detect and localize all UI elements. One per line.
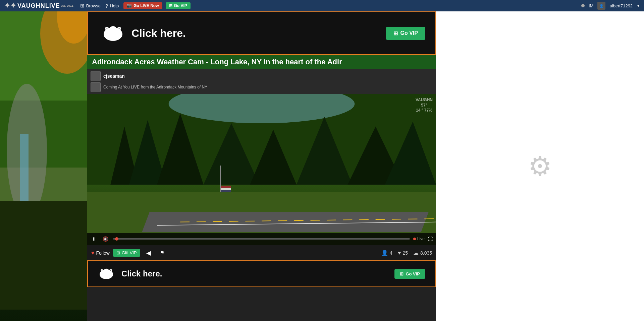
channel-description: Coming At You LIVE from the Adirondack M…: [103, 85, 207, 89]
bottom-ad-banner[interactable]: Click here. ⊞ Go VIP: [87, 260, 436, 287]
american-flag: [221, 186, 231, 192]
bottom-govip-label: Go VIP: [406, 271, 420, 276]
progress-dot: [115, 237, 118, 241]
navbar: ✦✦ VAUGHNLIVE est. 2011 ⊞ Browse ? Help …: [0, 0, 644, 11]
left-bg-svg: [0, 0, 87, 310]
status-indicator: [581, 4, 585, 7]
ad-click-here-text: Click here.: [131, 27, 186, 40]
chevron-down-icon[interactable]: ▼: [637, 4, 640, 8]
logo-text: VAUGHNLIVE: [17, 2, 60, 9]
ad-banner-inner: Click here.: [88, 24, 379, 43]
gift-vip-label: Gift VIP: [122, 250, 137, 255]
vaughn-watermark: VAUGHN 57° 14 ° 77%: [416, 98, 433, 113]
go-live-button[interactable]: 📷 Go LIVE Now: [123, 2, 162, 9]
avatar[interactable]: 👤: [597, 2, 605, 10]
help-label: Help: [110, 3, 119, 8]
svg-rect-5: [0, 201, 87, 310]
logo-icon: ✦✦: [4, 1, 16, 10]
channel-info: cjseaman Coming At You LIVE from the Adi…: [87, 69, 436, 94]
gift-vip-button[interactable]: ⊞ Gift VIP: [113, 249, 140, 257]
share-icon: ◀: [146, 250, 151, 256]
right-panel: ⚙: [436, 11, 644, 321]
action-bar: ♥ Follow ⊞ Gift VIP ◀ ⚑ 👤 4 ♥ 25 ☁ 8,035: [87, 245, 436, 260]
channel-name[interactable]: cjseaman: [103, 73, 125, 79]
share-button[interactable]: ◀: [144, 248, 154, 258]
watermark-line1: VAUGHN: [416, 98, 433, 103]
bottom-ad-govip-button[interactable]: ⊞ Go VIP: [394, 269, 425, 279]
channel-avatar-1: [91, 71, 101, 81]
bottom-buffalo-svg: [98, 267, 115, 280]
tree-layer: [87, 94, 436, 185]
viewers-stat: 👤 4: [381, 250, 392, 256]
likes-stat: ♥ 25: [398, 250, 408, 256]
buffalo-icon: [101, 24, 125, 43]
svg-point-34: [103, 269, 109, 274]
logo-est: est. 2011: [61, 4, 73, 7]
channel-name-row: cjseaman: [91, 71, 433, 81]
watermark-line2: 57°: [416, 103, 433, 108]
govip-nav-label: Go VIP: [174, 3, 187, 8]
views-count: 8,035: [420, 250, 432, 256]
right-panel-inner: ⚙: [436, 11, 644, 321]
follow-button[interactable]: ♥ Follow: [91, 250, 110, 256]
loading-gear-icon: ⚙: [528, 151, 552, 182]
buffalo-svg: [101, 24, 125, 43]
nav-browse[interactable]: ⊞ Browse: [80, 3, 101, 9]
fullscreen-button[interactable]: ⛶: [428, 236, 433, 242]
watermark-line3: 14 ° 77%: [416, 108, 433, 113]
top-ad-banner[interactable]: Click here. ⊞ Go VIP: [87, 11, 436, 55]
left-background: [0, 0, 87, 321]
video-player[interactable]: VAUGHN 57° 14 ° 77% ⏸ 🔇 Live ⛶ ▶: [87, 94, 436, 245]
username-label[interactable]: albert71292: [609, 3, 633, 8]
stream-title: Adirondack Acres Weather Cam - Long Lake…: [87, 55, 436, 69]
golive-label: Go LIVE Now: [133, 3, 159, 8]
ad-govip-label: Go VIP: [400, 30, 418, 36]
views-stat: ☁ 8,035: [413, 250, 432, 256]
svg-rect-4: [20, 134, 29, 201]
help-icon: ?: [105, 3, 108, 9]
vip-icon: ⊞: [169, 3, 172, 8]
follow-label: Follow: [96, 250, 110, 256]
flag-icon: ⚑: [160, 250, 164, 256]
likes-heart-icon: ♥: [398, 250, 401, 256]
cloud-icon: ☁: [413, 250, 419, 256]
camera-icon: 📷: [127, 3, 132, 8]
player-controls: ⏸ 🔇 Live ⛶: [87, 233, 436, 245]
im-button[interactable]: IM: [589, 3, 593, 8]
browse-label: Browse: [86, 3, 101, 8]
bottom-ad-click-here-text: Click here.: [121, 269, 162, 278]
nav-right: IM 👤 albert71292 ▼: [581, 2, 640, 10]
live-dot: [413, 238, 416, 240]
svg-point-18: [109, 26, 117, 34]
person-icon: 👤: [381, 250, 388, 256]
channel-avatar-2: [91, 82, 101, 92]
live-indicator: Live: [413, 237, 425, 241]
ad-vip-icon: ⊞: [393, 30, 398, 37]
likes-count: 25: [402, 250, 408, 256]
channel-desc-row: Coming At You LIVE from the Adirondack M…: [91, 82, 433, 92]
heart-icon: ♥: [91, 250, 95, 256]
go-vip-nav-button[interactable]: ⊞ Go VIP: [166, 2, 191, 9]
pause-button[interactable]: ⏸: [91, 236, 98, 242]
bottom-vip-icon: ⊞: [400, 271, 404, 276]
video-scene: VAUGHN 57° 14 ° 77%: [87, 94, 436, 245]
progress-bar[interactable]: [113, 238, 410, 240]
flag-button[interactable]: ⚑: [157, 248, 167, 257]
main-content: Click here. ⊞ Go VIP Adirondack Acres We…: [87, 11, 436, 321]
mute-button[interactable]: 🔇: [101, 236, 110, 242]
ad-govip-button[interactable]: ⊞ Go VIP: [386, 27, 425, 40]
grid-icon: ⊞: [80, 3, 85, 9]
gift-vip-icon: ⊞: [116, 250, 120, 255]
stream-stats: 👤 4 ♥ 25 ☁ 8,035: [381, 250, 432, 256]
live-label: Live: [417, 237, 425, 241]
site-logo[interactable]: ✦✦ VAUGHNLIVE est. 2011: [4, 1, 73, 10]
bottom-buffalo-icon: [98, 267, 115, 280]
avatar-image: 👤: [599, 4, 603, 8]
trees-svg: [87, 94, 436, 185]
viewers-count: 4: [390, 250, 392, 256]
nav-help[interactable]: ? Help: [105, 3, 119, 9]
